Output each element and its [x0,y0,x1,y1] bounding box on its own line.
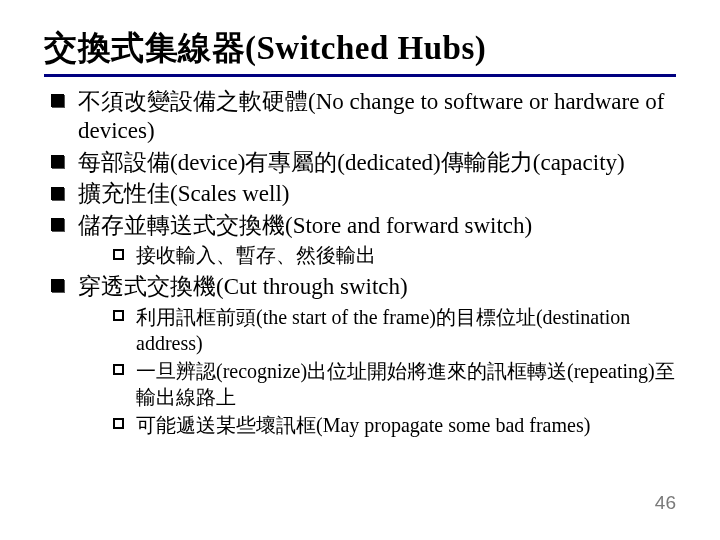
sub-bullet-item: 接收輸入、暫存、然後輸出 [110,242,676,268]
bullet-text: 儲存並轉送式交換機(Store and forward switch) [78,213,532,238]
bullet-text: 不須改變設備之軟硬體(No change to software or hard… [78,89,664,143]
slide: 交換式集線器(Switched Hubs) 不須改變設備之軟硬體(No chan… [0,0,720,540]
bullet-list-level2: 利用訊框前頭(the start of the frame)的目標位址(dest… [78,304,676,438]
bullet-text: 每部設備(device)有專屬的(dedicated)傳輸能力(capacity… [78,150,625,175]
sub-bullet-item: 一旦辨認(recognize)出位址開始將進來的訊框轉送(repeating)至… [110,358,676,410]
sub-bullet-item: 可能遞送某些壞訊框(May propagate some bad frames) [110,412,676,438]
sub-bullet-text: 可能遞送某些壞訊框(May propagate some bad frames) [136,414,590,436]
bullet-text: 穿透式交換機(Cut through switch) [78,274,408,299]
bullet-text: 擴充性佳(Scales well) [78,181,289,206]
bullet-item: 每部設備(device)有專屬的(dedicated)傳輸能力(capacity… [48,148,676,177]
bullet-list-level1: 不須改變設備之軟硬體(No change to software or hard… [44,87,676,438]
bullet-list-level2: 接收輸入、暫存、然後輸出 [78,242,676,268]
bullet-item: 不須改變設備之軟硬體(No change to software or hard… [48,87,676,146]
title-rule [44,74,676,77]
sub-bullet-item: 利用訊框前頭(the start of the frame)的目標位址(dest… [110,304,676,356]
sub-bullet-text: 接收輸入、暫存、然後輸出 [136,244,376,266]
bullet-item: 擴充性佳(Scales well) [48,179,676,208]
bullet-item: 穿透式交換機(Cut through switch) 利用訊框前頭(the st… [48,272,676,437]
slide-title: 交換式集線器(Switched Hubs) [44,30,676,68]
bullet-item: 儲存並轉送式交換機(Store and forward switch) 接收輸入… [48,211,676,268]
page-number: 46 [655,492,676,514]
sub-bullet-text: 利用訊框前頭(the start of the frame)的目標位址(dest… [136,306,630,354]
sub-bullet-text: 一旦辨認(recognize)出位址開始將進來的訊框轉送(repeating)至… [136,360,675,408]
